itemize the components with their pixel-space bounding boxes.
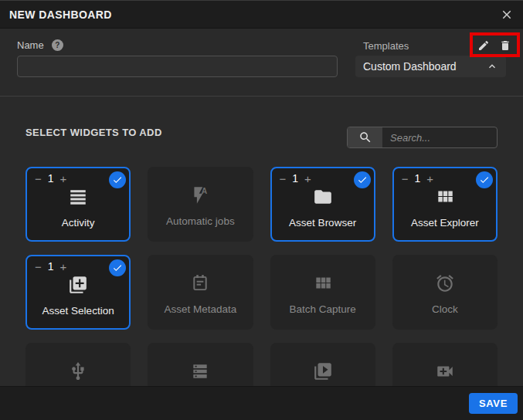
widget-card-batch-capture[interactable]: Batch Capture bbox=[270, 255, 375, 330]
selected-badge bbox=[354, 171, 371, 188]
bolt-a-icon bbox=[148, 185, 253, 205]
templates-label: Templates bbox=[363, 40, 409, 52]
minus-icon[interactable]: − bbox=[35, 173, 42, 185]
plus-icon[interactable]: + bbox=[60, 173, 67, 185]
page-title: NEW DASHBOARD bbox=[9, 8, 112, 21]
widget-count-stepper: − 1 + bbox=[35, 260, 66, 273]
event-note-icon bbox=[148, 273, 253, 293]
selected-badge bbox=[109, 259, 126, 276]
widget-card-clock[interactable]: Clock bbox=[392, 255, 498, 330]
modal-footer: SAVE bbox=[0, 386, 523, 420]
section-divider bbox=[0, 96, 523, 97]
name-input[interactable] bbox=[17, 56, 338, 77]
widget-search-box bbox=[347, 127, 498, 148]
selected-badge bbox=[476, 171, 493, 188]
folder-icon bbox=[272, 187, 374, 207]
minus-icon[interactable]: − bbox=[35, 261, 42, 273]
widget-label: Batch Capture bbox=[270, 303, 375, 315]
widget-count-value: 1 bbox=[292, 172, 298, 185]
widget-label: Automatic jobs bbox=[148, 215, 253, 227]
widget-card-asset-browser[interactable]: − 1 + Asset Browser bbox=[270, 167, 375, 242]
name-label: Name bbox=[17, 39, 44, 51]
search-input[interactable] bbox=[382, 127, 497, 147]
widget-label: Asset Explorer bbox=[394, 217, 496, 229]
plus-icon[interactable]: + bbox=[304, 173, 311, 185]
storage-icon bbox=[148, 361, 253, 381]
search-icon bbox=[348, 127, 382, 147]
widget-count-stepper: − 1 + bbox=[280, 172, 311, 185]
widget-card-activity[interactable]: − 1 + Activity bbox=[25, 167, 131, 242]
alarm-icon bbox=[392, 273, 498, 293]
minus-icon[interactable]: − bbox=[402, 173, 409, 185]
check-icon bbox=[479, 174, 490, 185]
name-field-row: Name ? bbox=[17, 39, 63, 51]
widget-count-stepper: − 1 + bbox=[35, 172, 66, 185]
widget-label: Clock bbox=[392, 303, 498, 315]
templates-dropdown[interactable]: Custom Dashboard bbox=[355, 56, 506, 77]
reorder-icon bbox=[27, 187, 129, 207]
widget-label: Asset Metadata bbox=[148, 303, 253, 315]
library-add-icon bbox=[27, 275, 129, 295]
plus-icon[interactable]: + bbox=[60, 261, 67, 273]
selected-badge bbox=[109, 171, 126, 188]
edit-icon[interactable] bbox=[477, 39, 490, 52]
widget-count-value: 1 bbox=[48, 260, 54, 273]
delete-icon[interactable] bbox=[499, 39, 511, 52]
template-actions bbox=[477, 39, 511, 52]
plus-icon[interactable]: + bbox=[426, 173, 433, 185]
widget-card-asset-metadata[interactable]: Asset Metadata bbox=[148, 255, 253, 330]
widget-count-value: 1 bbox=[48, 172, 54, 185]
help-icon[interactable]: ? bbox=[52, 39, 63, 51]
widget-count-value: 1 bbox=[415, 172, 421, 185]
check-icon bbox=[112, 262, 123, 273]
widget-label: Activity bbox=[27, 217, 129, 229]
usb-icon bbox=[25, 361, 131, 381]
widgets-section-heading: SELECT WIDGETS TO ADD bbox=[25, 127, 162, 138]
close-icon[interactable] bbox=[500, 8, 514, 22]
save-button[interactable]: SAVE bbox=[469, 393, 518, 414]
widget-card-automatic-jobs[interactable]: Automatic jobs bbox=[148, 167, 253, 242]
modal-header: NEW DASHBOARD bbox=[0, 0, 523, 29]
widget-count-stepper: − 1 + bbox=[402, 172, 433, 185]
video-library-icon bbox=[270, 361, 375, 381]
templates-dropdown-value: Custom Dashboard bbox=[363, 60, 486, 73]
grid-icon bbox=[270, 273, 375, 293]
widget-card-asset-selection[interactable]: − 1 + Asset Selection bbox=[25, 255, 131, 330]
widget-label: Asset Browser bbox=[272, 217, 374, 229]
minus-icon[interactable]: − bbox=[280, 173, 287, 185]
check-icon bbox=[112, 174, 123, 185]
chevron-up-icon bbox=[486, 60, 498, 73]
widget-label: Asset Selection bbox=[27, 305, 129, 317]
widget-grid: − 1 + Activity Automatic jobs − 1 + Asse… bbox=[25, 167, 498, 418]
widget-card-asset-explorer[interactable]: − 1 + Asset Explorer bbox=[392, 167, 498, 242]
grid-icon bbox=[394, 187, 496, 207]
check-icon bbox=[357, 174, 368, 185]
video-call-icon bbox=[392, 361, 498, 381]
